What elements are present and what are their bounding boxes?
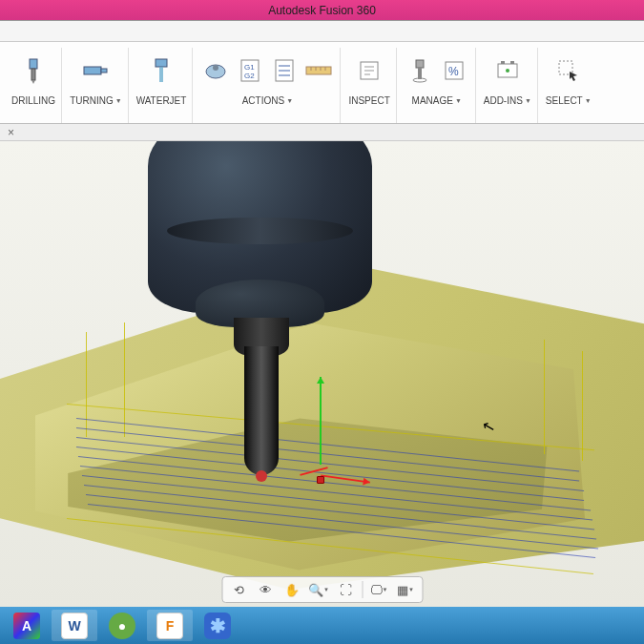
select-label: SELECT <box>546 95 583 106</box>
chevron-down-icon: ▼ <box>286 97 293 104</box>
ribbon-group-drilling[interactable]: DRILLING <box>6 48 62 123</box>
percent-icon[interactable]: % <box>439 55 469 86</box>
viewport-3d[interactable]: ↖ ⟲ 👁 ✋ 🔍▼ ⛶ 🖵▼ ▦▼ <box>0 141 644 607</box>
z-axis-icon <box>320 377 322 465</box>
inspect-icon[interactable] <box>354 55 384 86</box>
waterjet-icon[interactable] <box>146 55 177 86</box>
svg-text:%: % <box>448 65 459 78</box>
chevron-down-icon: ▼ <box>585 97 592 104</box>
separator <box>362 581 363 598</box>
chevron-down-icon: ▼ <box>525 97 531 104</box>
document-tabstrip: × <box>0 124 644 141</box>
ribbon-group-waterjet[interactable]: WATERJET <box>131 48 194 123</box>
cam-simulation-scene: ↖ <box>0 141 644 607</box>
taskbar-fusion[interactable]: F <box>147 610 193 641</box>
svg-rect-30 <box>510 61 514 64</box>
svg-rect-0 <box>30 59 37 69</box>
navigation-toolbar: ⟲ 👁 ✋ 🔍▼ ⛶ 🖵▼ ▦▼ <box>221 576 423 603</box>
chevron-down-icon: ▼ <box>455 97 462 104</box>
addins-label: ADD-INS <box>484 95 523 106</box>
inspect-label: INSPECT <box>348 95 389 106</box>
chevron-down-icon: ▼ <box>323 587 329 592</box>
svg-point-31 <box>506 69 509 73</box>
turning-label: TURNING <box>70 95 114 106</box>
generate-icon[interactable] <box>200 55 231 86</box>
tool-tip <box>256 470 267 482</box>
display-settings-button[interactable]: 🖵▼ <box>368 579 389 600</box>
svg-rect-24 <box>418 68 422 79</box>
svg-rect-2 <box>84 67 101 74</box>
turning-icon[interactable] <box>80 55 111 86</box>
fit-button[interactable]: ⛶ <box>335 579 356 600</box>
svg-text:G2: G2 <box>244 72 255 80</box>
svg-text:G1: G1 <box>244 63 255 72</box>
taskbar-meeting-app[interactable]: ✱ <box>195 610 240 641</box>
drilling-label: DRILLING <box>11 95 55 106</box>
ribbon-group-select[interactable]: SELECT▼ <box>540 48 597 123</box>
svg-rect-14 <box>306 67 331 74</box>
app-title: Autodesk Fusion 360 <box>268 4 376 17</box>
tool-library-icon[interactable] <box>405 55 435 86</box>
svg-rect-23 <box>416 60 424 68</box>
ribbon-group-addins[interactable]: ADD-INS▼ <box>478 48 538 123</box>
pan-button[interactable]: ✋ <box>281 579 302 600</box>
setup-sheet-icon[interactable] <box>269 55 300 86</box>
svg-rect-4 <box>156 59 167 67</box>
origin-icon <box>317 476 324 484</box>
close-tab-icon[interactable]: × <box>8 126 14 139</box>
ribbon-group-manage[interactable]: % MANAGE▼ <box>399 48 476 123</box>
svg-point-6 <box>213 65 218 71</box>
ribbon-toolbar: DRILLING TURNING▼ WATERJET G1G2 ACTIONS▼… <box>0 42 644 124</box>
actions-label: ACTIONS <box>242 95 284 106</box>
addins-icon[interactable] <box>492 55 523 86</box>
svg-rect-29 <box>501 61 505 64</box>
grid-settings-button[interactable]: ▦▼ <box>395 579 416 600</box>
svg-rect-3 <box>101 69 107 73</box>
endmill-tool <box>244 346 279 475</box>
waterjet-label: WATERJET <box>136 95 187 106</box>
ribbon-group-actions[interactable]: G1G2 ACTIONS▼ <box>195 48 341 123</box>
look-at-button[interactable]: 👁 <box>255 579 276 600</box>
wcs-triad[interactable] <box>296 461 353 518</box>
gcode-icon[interactable]: G1G2 <box>235 55 265 86</box>
chevron-down-icon: ▼ <box>115 97 122 104</box>
ruler-icon[interactable] <box>303 55 334 86</box>
manage-label: MANAGE <box>412 95 453 106</box>
drilling-icon[interactable] <box>18 55 49 86</box>
window-titlebar: Autodesk Fusion 360 <box>0 0 644 21</box>
zoom-button[interactable]: 🔍▼ <box>308 579 329 600</box>
taskbar-app-1[interactable]: A <box>4 610 50 641</box>
ribbon-group-turning[interactable]: TURNING▼ <box>64 48 129 123</box>
select-icon[interactable] <box>553 55 584 86</box>
svg-rect-1 <box>31 69 35 80</box>
taskbar-word[interactable]: W <box>52 610 97 641</box>
windows-taskbar[interactable]: A W ● F ✱ <box>0 607 644 644</box>
menubar <box>0 21 644 42</box>
chevron-down-icon: ▼ <box>408 587 414 592</box>
chevron-down-icon: ▼ <box>383 587 388 592</box>
taskbar-app-green[interactable]: ● <box>99 610 145 641</box>
ribbon-group-inspect[interactable]: INSPECT <box>343 48 396 123</box>
holder-ring <box>167 218 353 244</box>
orbit-button[interactable]: ⟲ <box>228 579 249 600</box>
tool-assembly <box>148 141 372 427</box>
